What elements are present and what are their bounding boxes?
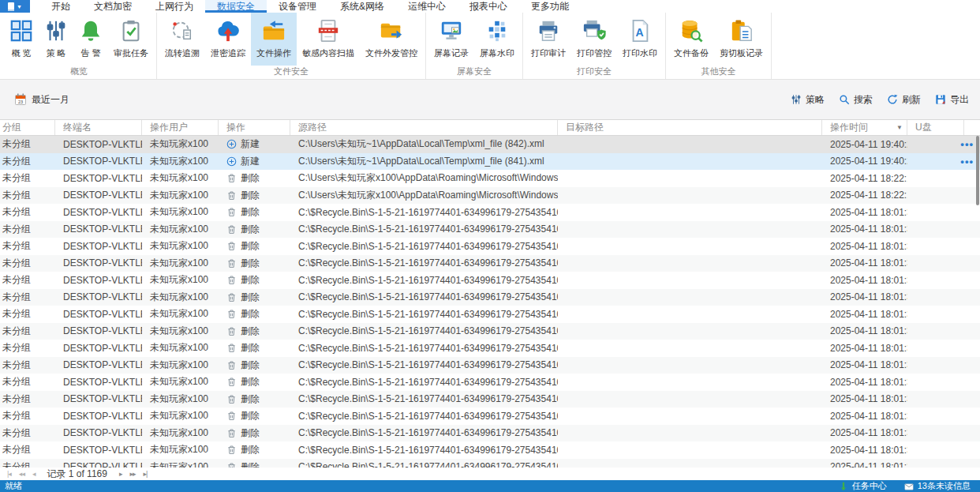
export-disk-icon <box>935 94 946 105</box>
table-cell: 2025-04-11 18:01:38 <box>822 411 907 422</box>
operation-label: 删除 <box>241 223 260 236</box>
table-row[interactable]: 未分组DESKTOP-VLKTLE1未知玩家x100新建C:\Users\未知玩… <box>0 136 980 153</box>
ribbon-button[interactable]: 打印审计 <box>526 13 571 66</box>
vertical-scrollbar[interactable] <box>975 136 980 468</box>
first-page-button[interactable]: |◂ <box>3 470 15 478</box>
column-header[interactable]: 目标路径 <box>558 120 822 135</box>
column-header[interactable]: 操作 <box>219 120 290 135</box>
table-cell: 未分组 <box>0 443 55 456</box>
download-arrow-icon <box>839 482 848 491</box>
table-row[interactable]: 未分组DESKTOP-VLKTLE1未知玩家x100删除C:\$Recycle.… <box>0 221 980 238</box>
ribbon-button[interactable]: 审批任务 <box>108 13 154 66</box>
next-record-button[interactable]: ▸ <box>115 470 126 478</box>
ribbon-button[interactable]: 泄密追踪 <box>205 13 251 66</box>
table-row[interactable]: 未分组DESKTOP-VLKTLE1未知玩家x100删除C:\$Recycle.… <box>0 340 980 357</box>
table-row[interactable]: 未分组DESKTOP-VLKTLE1未知玩家x100删除C:\$Recycle.… <box>0 289 980 306</box>
table-cell: 未分组 <box>0 189 55 202</box>
menu-tab-4[interactable]: 数据安全 <box>205 0 267 13</box>
column-header[interactable]: U盘 <box>907 120 964 135</box>
table-row[interactable]: 未分组DESKTOP-VLKTLE1未知玩家x100删除C:\$Recycle.… <box>0 238 980 255</box>
ribbon-button[interactable]: 概 览 <box>4 13 39 66</box>
table-row[interactable]: 未分组DESKTOP-VLKTLE1未知玩家x100删除C:\Users\未知玩… <box>0 170 980 187</box>
table-row[interactable]: 未分组DESKTOP-VLKTLE1未知玩家x100新建C:\Users\未知玩… <box>0 153 980 171</box>
table-cell: 未分组 <box>0 409 55 423</box>
table-cell: C:\$Recycle.Bin\S-1-5-21-1619774401-6349… <box>290 241 558 252</box>
menu-tab-2[interactable]: 文档加密 <box>82 0 144 13</box>
table-row[interactable]: 未分组DESKTOP-VLKTLE1未知玩家x100删除C:\$Recycle.… <box>0 272 980 289</box>
ribbon-button[interactable]: 告 警 <box>73 13 108 66</box>
table-row[interactable]: 未分组DESKTOP-VLKTLE1未知玩家x100删除C:\$Recycle.… <box>0 255 980 272</box>
ribbon-button[interactable]: 打印管控 <box>571 13 617 66</box>
column-header[interactable]: 终端名 <box>55 120 142 135</box>
table-row[interactable]: 未分组DESKTOP-VLKTLE1未知玩家x100删除C:\$Recycle.… <box>0 441 980 459</box>
task-center-button[interactable]: 任务中心 <box>839 480 887 492</box>
row-actions-menu[interactable]: ••• <box>960 153 974 171</box>
column-header[interactable]: 分组 <box>0 120 55 135</box>
table-row[interactable]: 未分组DESKTOP-VLKTLE1未知玩家x100删除C:\$Recycle.… <box>0 306 980 323</box>
ribbon-button[interactable]: 敏感内容扫描 <box>297 13 360 66</box>
column-header[interactable]: 操作时间▼ <box>822 120 907 135</box>
menu-tab-3[interactable]: 上网行为 <box>144 0 205 13</box>
ribbon-button[interactable]: 策 略 <box>39 13 73 66</box>
ribbon-button[interactable]: 屏幕水印 <box>474 13 520 66</box>
ribbon-button[interactable]: 屏幕记录 <box>428 13 474 66</box>
ribbon-button[interactable]: 剪切板记录 <box>714 13 769 66</box>
table-cell: DESKTOP-VLKTLE1 <box>55 359 142 370</box>
table-row[interactable]: 未分组DESKTOP-VLKTLE1未知玩家x100删除C:\$Recycle.… <box>0 391 980 408</box>
table-cell: 未分组 <box>0 325 55 338</box>
operation-label: 新建 <box>241 155 260 168</box>
menu-tab-9[interactable]: 更多功能 <box>519 0 581 13</box>
table-cell: 未分组 <box>0 239 55 253</box>
fast-prev-button[interactable]: ◂◂ <box>15 470 28 478</box>
menu-tab-5[interactable]: 设备管理 <box>267 0 328 13</box>
toolbar-action-search-magnifier[interactable]: 搜索 <box>839 93 873 107</box>
app-menu-button[interactable]: ▼ <box>0 0 30 13</box>
menu-tab-1[interactable]: 开始 <box>39 0 82 13</box>
ribbon-button[interactable]: 文件备份 <box>668 13 714 66</box>
table-row[interactable]: 未分组DESKTOP-VLKTLE1未知玩家x100删除C:\$Recycle.… <box>0 425 980 442</box>
operation-cell: 删除 <box>219 359 290 372</box>
last-page-button[interactable]: ▸| <box>140 470 151 478</box>
delete-trash-icon <box>226 462 237 468</box>
delete-trash-icon <box>226 445 237 455</box>
ribbon-button-label: 打印管控 <box>577 47 612 59</box>
date-range-filter[interactable]: 23 最近一月 <box>14 93 69 107</box>
table-cell: C:\Users\未知玩~1\AppData\Local\Temp\xml_fi… <box>290 137 558 151</box>
table-row[interactable]: 未分组DESKTOP-VLKTLE1未知玩家x100删除C:\$Recycle.… <box>0 323 980 340</box>
toolbar-action-refresh-arrow[interactable]: 刷新 <box>887 93 921 107</box>
ribbon-button[interactable]: 文件外发管控 <box>360 13 423 66</box>
column-header[interactable]: 操作用户 <box>142 120 219 135</box>
delete-trash-icon <box>226 377 237 387</box>
table-row[interactable]: 未分组DESKTOP-VLKTLE1未知玩家x100删除C:\$Recycle.… <box>0 374 980 391</box>
menu-tab-6[interactable]: 系统&网络 <box>328 0 396 13</box>
table-row[interactable]: 未分组DESKTOP-VLKTLE1未知玩家x100删除C:\$Recycle.… <box>0 204 980 221</box>
table-row[interactable]: 未分组DESKTOP-VLKTLE1未知玩家x100删除C:\$Recycle.… <box>0 407 980 425</box>
menu-tab-8[interactable]: 报表中心 <box>458 0 519 13</box>
prev-record-button[interactable]: ◂ <box>28 470 39 478</box>
table-cell: 2025-04-11 19:40:27 <box>822 156 907 167</box>
scrollbar-thumb[interactable] <box>976 136 979 205</box>
toolbar-action-policy-sliders[interactable]: 策略 <box>791 93 825 107</box>
ribbon-button-label: 策 略 <box>46 47 65 59</box>
ribbon-button[interactable]: A打印水印 <box>617 13 663 66</box>
table-cell: 未知玩家x100 <box>142 205 219 219</box>
column-filter-caret-icon[interactable]: ▼ <box>896 124 903 131</box>
unread-messages-button[interactable]: 13条未读信息 <box>904 480 971 492</box>
table-cell: DESKTOP-VLKTLE1 <box>55 325 142 336</box>
row-actions-menu[interactable]: ••• <box>960 136 974 153</box>
fast-next-button[interactable]: ▸▸ <box>125 470 139 478</box>
toolbar-action-export-disk[interactable]: 导出 <box>935 93 969 107</box>
table-cell: C:\$Recycle.Bin\S-1-5-21-1619774401-6349… <box>290 461 558 468</box>
ribbon-button[interactable]: 流转追溯 <box>159 13 205 66</box>
table-row[interactable]: 未分组DESKTOP-VLKTLE1未知玩家x100删除C:\$Recycle.… <box>0 357 980 374</box>
table-cell: C:\$Recycle.Bin\S-1-5-21-1619774401-6349… <box>290 427 558 438</box>
table-cell: C:\$Recycle.Bin\S-1-5-21-1619774401-6349… <box>290 223 558 235</box>
menu-tab-7[interactable]: 运维中心 <box>396 0 458 13</box>
operation-cell: 删除 <box>219 443 290 456</box>
table-cell: 2025-04-11 18:01:38 <box>822 275 907 286</box>
table-row[interactable]: 未分组DESKTOP-VLKTLE1未知玩家x100删除C:\Users\未知玩… <box>0 187 980 205</box>
ribbon-button[interactable]: 文件操作 <box>251 13 297 66</box>
table-row[interactable]: 未分组DESKTOP-VLKTLE1未知玩家x100删除C:\$Recycle.… <box>0 459 980 468</box>
delete-trash-icon <box>226 190 237 201</box>
column-header[interactable]: 源路径 <box>290 120 558 135</box>
